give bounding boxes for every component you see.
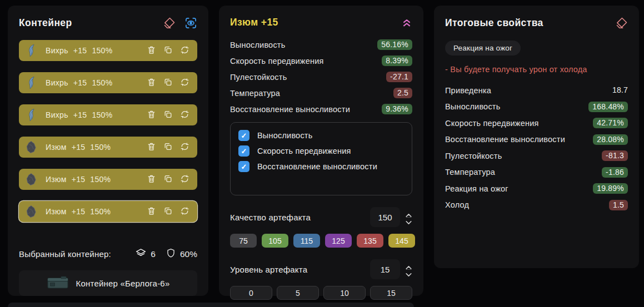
artifact-icon — [26, 173, 39, 186]
copy-artifact-button[interactable] — [163, 109, 173, 121]
artifact-level: +15 — [72, 143, 86, 152]
reroll-artifact-button[interactable] — [180, 77, 189, 89]
summary-stat-label: Выносливость — [445, 102, 500, 111]
stat-checkbox-row[interactable]: ✓ Скорость передвижения — [238, 145, 404, 157]
stat-row: Скорость передвижения 8.39% — [230, 55, 412, 67]
trash-icon — [147, 206, 156, 218]
summary-stat-value-badge: 1.5 — [609, 200, 628, 210]
artifact-level: +15 — [73, 46, 87, 55]
artifact-row[interactable]: Вихрь +15 150% — [19, 72, 197, 93]
quality-option-button[interactable]: 125 — [325, 234, 352, 248]
trash-icon — [147, 77, 156, 89]
quality-option-button[interactable]: 135 — [357, 234, 383, 248]
reroll-artifact-button[interactable] — [180, 45, 189, 57]
level-option-button[interactable]: 10 — [323, 286, 366, 300]
reroll-artifact-button[interactable] — [180, 206, 189, 218]
quality-option-button[interactable]: 105 — [262, 234, 288, 248]
stat-row: Восстановление выносливости 9.36% — [230, 103, 412, 115]
container-slots: 6 — [135, 247, 156, 261]
artifact-row[interactable]: Изюм +15 150% — [19, 201, 197, 222]
trash-icon — [147, 174, 156, 185]
summary-panel: Итоговые свойства Реакция на ожог - Вы б… — [434, 6, 639, 268]
container-panel-title: Контейнер — [19, 17, 72, 29]
summary-stat-row: Восстановление выносливости 28.08% — [445, 134, 628, 145]
copy-artifact-button[interactable] — [163, 174, 173, 185]
level-label: Уровень артефакта — [230, 265, 307, 274]
artifact-quality: 150% — [90, 143, 111, 152]
level-decrement-button[interactable] — [405, 271, 412, 276]
artifact-row[interactable]: Вихрь +15 150% — [19, 40, 197, 61]
artifact-row[interactable]: Изюм +15 150% — [19, 137, 197, 158]
copy-artifact-button[interactable] — [163, 206, 173, 218]
level-input[interactable] — [370, 259, 400, 279]
preview-container-button[interactable] — [184, 17, 197, 29]
delete-artifact-button[interactable] — [147, 142, 156, 153]
copy-icon — [163, 109, 173, 121]
quality-option-button[interactable]: 75 — [230, 234, 257, 248]
stat-value-badge: -27.1 — [386, 72, 412, 82]
layers-icon — [135, 247, 147, 261]
refresh-icon — [180, 142, 189, 153]
quality-increment-button[interactable] — [405, 211, 412, 216]
clear-container-button[interactable] — [163, 17, 176, 29]
checkbox-label: Скорость передвижения — [257, 147, 351, 155]
summary-stat-label: Восстановление выносливости — [445, 135, 565, 144]
stat-filter-box: ✓ Выносливость ✓ Скорость передвижения ✓… — [230, 122, 412, 195]
copy-artifact-button[interactable] — [163, 45, 173, 57]
artifact-icon — [26, 140, 39, 154]
artifact-quality: 150% — [90, 207, 111, 216]
reaction-tag[interactable]: Реакция на ожог — [445, 41, 521, 56]
level-option-button[interactable]: 15 — [370, 286, 412, 300]
delete-artifact-button[interactable] — [147, 174, 156, 185]
checkbox-label: Выносливость — [257, 131, 312, 140]
quality-decrement-button[interactable] — [405, 219, 412, 224]
checkbox-checked-icon[interactable]: ✓ — [238, 161, 249, 172]
artifact-row[interactable]: Вихрь +15 150% — [19, 104, 197, 125]
reroll-artifact-button[interactable] — [180, 174, 189, 185]
container-protection-value: 60% — [180, 249, 197, 259]
artifact-icon — [26, 205, 39, 218]
copy-artifact-button[interactable] — [163, 77, 173, 89]
delete-artifact-button[interactable] — [147, 206, 156, 218]
reroll-artifact-button[interactable] — [180, 109, 189, 121]
level-option-button[interactable]: 5 — [277, 286, 319, 300]
summary-stats: Приведенка 18.7 Выносливость 168.48% Ско… — [445, 84, 628, 211]
summary-stat-value-badge: 19.89% — [593, 183, 628, 194]
selected-container[interactable]: Контейнер «Берлога-6» — [19, 270, 197, 296]
summary-stat-row: Скорость передвижения 42.71% — [445, 117, 628, 129]
artifact-row[interactable]: Изюм +15 150% — [19, 169, 197, 190]
artifact-level: +15 — [72, 175, 86, 184]
cold-damage-warning: - Вы будете получать урон от холода — [445, 65, 628, 74]
checkbox-checked-icon[interactable]: ✓ — [238, 145, 249, 157]
summary-panel-title: Итоговые свойства — [445, 17, 543, 29]
summary-stat-value-badge: 28.08% — [593, 134, 628, 145]
summary-stat-value-badge: 18.7 — [608, 85, 628, 95]
delete-artifact-button[interactable] — [147, 77, 156, 89]
summary-stat-row: Реакция на ожог 19.89% — [445, 183, 628, 194]
artifact-quality: 150% — [92, 110, 112, 119]
stat-checkbox-row[interactable]: ✓ Выносливость — [238, 130, 404, 141]
quality-option-button[interactable]: 115 — [293, 234, 320, 248]
level-increment-button[interactable] — [405, 263, 412, 268]
checkbox-checked-icon[interactable]: ✓ — [238, 130, 249, 141]
chevron-down-icon — [405, 271, 412, 276]
refresh-icon — [180, 77, 189, 89]
copy-artifact-button[interactable] — [163, 142, 173, 153]
summary-stat-value-badge: -1.86 — [602, 167, 628, 178]
clear-summary-button[interactable] — [615, 17, 628, 29]
quality-input[interactable] — [370, 207, 400, 227]
collapse-panel-button[interactable] — [401, 17, 412, 28]
stat-checkbox-row[interactable]: ✓ Восстановление выносливости — [238, 161, 404, 172]
delete-artifact-button[interactable] — [147, 109, 156, 121]
summary-stat-row: Холод 1.5 — [445, 199, 628, 211]
reroll-artifact-button[interactable] — [180, 142, 189, 153]
summary-stat-row: Пулестойкость -81.3 — [445, 150, 628, 162]
artifact-quality: 150% — [90, 175, 111, 184]
delete-artifact-button[interactable] — [147, 45, 156, 57]
stat-label: Пулестойкость — [230, 73, 287, 82]
level-option-button[interactable]: 0 — [230, 286, 272, 300]
chosen-container-label: Выбранный контейнер: — [19, 249, 111, 259]
artifact-quality: 150% — [92, 78, 112, 87]
quality-option-button[interactable]: 145 — [388, 234, 415, 248]
artifact-level: +15 — [72, 207, 86, 216]
